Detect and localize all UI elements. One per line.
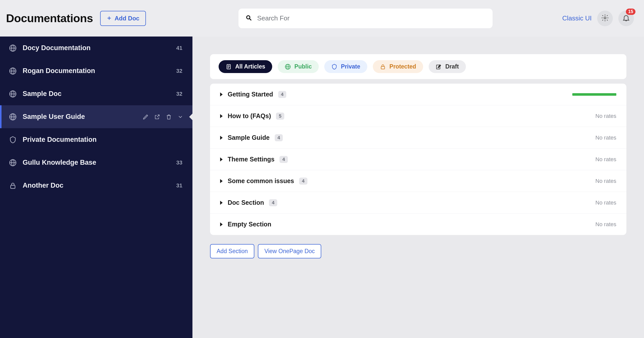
sidebar-item-label: Gullu Knowledge Base — [23, 159, 170, 166]
sidebar-item-count: 32 — [176, 91, 182, 97]
sidebar-item-count: 32 — [176, 68, 182, 74]
sidebar-item-count: 31 — [176, 182, 182, 189]
globe-icon — [9, 113, 17, 121]
filter-label: Private — [341, 63, 360, 70]
filters-bar: All ArticlesPublicPrivateProtectedDraft — [210, 54, 626, 79]
sidebar-item-count: 33 — [176, 159, 182, 166]
caret-right-icon — [220, 92, 223, 96]
filter-private[interactable]: Private — [324, 60, 367, 73]
section-row[interactable]: Getting Started4 — [210, 84, 626, 105]
caret-right-icon — [220, 136, 223, 140]
sidebar-item-label: Docy Documentation — [23, 44, 170, 52]
caret-right-icon — [220, 201, 223, 205]
chevron-down-icon[interactable] — [177, 114, 183, 120]
sidebar-item[interactable]: Private Documentation — [0, 128, 192, 151]
plus-icon — [107, 15, 112, 22]
pencil-square-icon — [436, 64, 442, 70]
globe-icon — [9, 90, 17, 98]
shield-icon — [9, 136, 17, 144]
section-row[interactable]: Doc Section4No rates — [210, 192, 626, 214]
section-row[interactable]: Some common issues4No rates — [210, 170, 626, 192]
filter-label: Protected — [389, 63, 416, 70]
sidebar: Docy Documentation41Rogan Documentation3… — [0, 37, 192, 338]
filter-all[interactable]: All Articles — [219, 60, 272, 73]
filter-label: All Articles — [235, 63, 265, 70]
filter-protected[interactable]: Protected — [373, 60, 423, 73]
section-count: 4 — [275, 134, 283, 141]
section-title: Empty Section — [228, 221, 271, 228]
add-doc-button[interactable]: Add Doc — [100, 11, 146, 26]
section-row[interactable]: Theme Settings4No rates — [210, 149, 626, 170]
section-title: Sample Guide — [228, 134, 270, 141]
no-rates-label: No rates — [595, 156, 616, 163]
caret-right-icon — [220, 222, 223, 226]
no-rates-label: No rates — [595, 178, 616, 184]
lock-icon — [380, 64, 386, 70]
edit-icon[interactable] — [143, 114, 149, 120]
notification-badge: 15 — [626, 9, 635, 15]
notifications-button[interactable]: 15 — [618, 11, 634, 26]
sidebar-item-label: Private Documentation — [23, 136, 183, 144]
no-rates-label: No rates — [595, 134, 616, 141]
sidebar-item-label: Sample Doc — [23, 90, 170, 98]
filter-label: Draft — [445, 63, 459, 70]
globe-icon — [285, 64, 291, 70]
caret-right-icon — [220, 157, 223, 161]
section-title: Doc Section — [228, 199, 264, 206]
section-title: Some common issues — [228, 177, 294, 185]
lock-icon — [9, 182, 17, 189]
sidebar-item-count: 41 — [176, 45, 182, 51]
section-count: 5 — [276, 113, 284, 120]
sidebar-item[interactable]: Another Doc31 — [0, 174, 192, 197]
filter-draft[interactable]: Draft — [429, 60, 466, 73]
caret-right-icon — [220, 179, 223, 183]
settings-button[interactable] — [597, 11, 613, 26]
search-input[interactable] — [257, 14, 486, 22]
section-title: Getting Started — [228, 91, 273, 98]
globe-icon — [9, 67, 17, 75]
sections-list: Getting Started4How to (FAQs)5No ratesSa… — [210, 84, 626, 235]
add-doc-label: Add Doc — [115, 15, 140, 22]
sidebar-item[interactable]: Docy Documentation41 — [0, 37, 192, 59]
no-rates-label: No rates — [595, 199, 616, 206]
globe-icon — [9, 159, 17, 166]
main-content: All ArticlesPublicPrivateProtectedDraft … — [192, 37, 644, 338]
view-onepage-doc-button[interactable]: View OnePage Doc — [258, 244, 321, 258]
no-rates-label: No rates — [595, 221, 616, 228]
doc-icon — [226, 64, 232, 70]
filter-public[interactable]: Public — [278, 60, 319, 73]
sidebar-item[interactable]: Gullu Knowledge Base33 — [0, 151, 192, 174]
trash-icon[interactable] — [166, 114, 172, 120]
bell-icon — [622, 14, 630, 23]
sidebar-item[interactable]: Sample User Guide — [0, 105, 192, 128]
section-row[interactable]: Empty SectionNo rates — [210, 214, 626, 235]
section-count: 4 — [299, 178, 307, 185]
page-title: Documentations — [6, 12, 93, 25]
rating-bar — [572, 93, 616, 96]
section-count: 4 — [269, 199, 277, 206]
bottom-actions: Add Section View OnePage Doc — [210, 244, 626, 258]
sidebar-item[interactable]: Sample Doc32 — [0, 82, 192, 105]
section-row[interactable]: How to (FAQs)5No rates — [210, 105, 626, 127]
shield-icon — [331, 64, 337, 70]
section-row[interactable]: Sample Guide4No rates — [210, 127, 626, 149]
section-count: 4 — [278, 91, 287, 98]
search-icon — [246, 15, 252, 22]
no-rates-label: No rates — [595, 113, 616, 119]
search-box[interactable] — [238, 9, 493, 28]
section-title: How to (FAQs) — [228, 112, 271, 120]
section-title: Theme Settings — [228, 156, 274, 163]
gear-icon — [601, 14, 609, 23]
globe-icon — [9, 44, 17, 52]
sidebar-item-label: Sample User Guide — [23, 113, 137, 121]
filter-label: Public — [294, 63, 312, 70]
sidebar-item-label: Another Doc — [23, 182, 170, 189]
top-bar: Documentations Add Doc Classic UI 15 — [0, 0, 644, 37]
sidebar-item-label: Rogan Documentation — [23, 67, 170, 75]
add-section-button[interactable]: Add Section — [210, 244, 254, 258]
sidebar-item[interactable]: Rogan Documentation32 — [0, 59, 192, 82]
external-link-icon[interactable] — [154, 114, 160, 120]
sidebar-item-actions — [143, 114, 183, 120]
classic-ui-link[interactable]: Classic UI — [562, 14, 592, 22]
section-count: 4 — [279, 156, 288, 163]
